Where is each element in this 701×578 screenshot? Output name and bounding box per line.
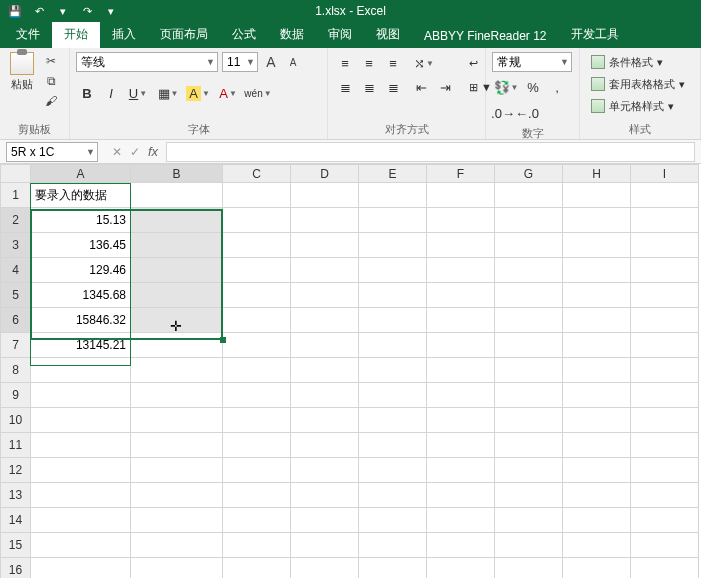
row-header[interactable]: 2: [1, 208, 31, 233]
col-header-D[interactable]: D: [291, 165, 359, 183]
cell-B2[interactable]: [131, 208, 223, 233]
align-bottom-icon[interactable]: ≡: [382, 52, 404, 74]
copy-icon[interactable]: ⧉: [42, 72, 60, 90]
undo-more-icon[interactable]: ▾: [54, 2, 72, 20]
row-header[interactable]: 3: [1, 233, 31, 258]
tab-review[interactable]: 审阅: [316, 21, 364, 48]
format-table-button[interactable]: 套用表格格式▾: [586, 74, 690, 94]
select-all-corner[interactable]: [1, 165, 31, 183]
cell-styles-button[interactable]: 单元格样式▾: [586, 96, 690, 116]
number-format-combo[interactable]: 常规▼: [492, 52, 572, 72]
underline-button[interactable]: U▼: [124, 82, 152, 104]
row-header[interactable]: 9: [1, 383, 31, 408]
save-icon[interactable]: 💾: [6, 2, 24, 20]
cancel-icon[interactable]: ✕: [112, 145, 122, 159]
qat-more-icon[interactable]: ▾: [102, 2, 120, 20]
row-header[interactable]: 6: [1, 308, 31, 333]
phonetic-button[interactable]: wén▼: [244, 82, 272, 104]
decrease-decimal-icon[interactable]: ←.0: [516, 102, 538, 124]
row-header[interactable]: 11: [1, 433, 31, 458]
tab-file[interactable]: 文件: [4, 21, 52, 48]
cell-B1[interactable]: [131, 183, 223, 208]
styles-group-label: 样式: [586, 120, 694, 137]
tab-abbyy[interactable]: ABBYY FineReader 12: [412, 24, 559, 48]
undo-icon[interactable]: ↶: [30, 2, 48, 20]
tab-data[interactable]: 数据: [268, 21, 316, 48]
font-name-combo[interactable]: 等线▼: [76, 52, 218, 72]
cell-A6[interactable]: 15846.32: [31, 308, 131, 333]
formula-input[interactable]: [166, 142, 695, 162]
name-box[interactable]: 5R x 1C▼: [6, 142, 98, 162]
bold-button[interactable]: B: [76, 82, 98, 104]
tab-dev[interactable]: 开发工具: [559, 21, 631, 48]
col-header-H[interactable]: H: [563, 165, 631, 183]
cell-A2[interactable]: 15.13: [31, 208, 131, 233]
col-header-E[interactable]: E: [359, 165, 427, 183]
row-header[interactable]: 5: [1, 283, 31, 308]
font-color-button[interactable]: A▼: [214, 82, 242, 104]
row-header[interactable]: 14: [1, 508, 31, 533]
cell-B3[interactable]: [131, 233, 223, 258]
format-painter-icon[interactable]: 🖌: [42, 92, 60, 110]
row-header[interactable]: 16: [1, 558, 31, 579]
tab-home[interactable]: 开始: [52, 21, 100, 48]
row-header[interactable]: 8: [1, 358, 31, 383]
col-header-A[interactable]: A: [31, 165, 131, 183]
cell-B7[interactable]: [131, 333, 223, 358]
row-header[interactable]: 12: [1, 458, 31, 483]
tab-formulas[interactable]: 公式: [220, 21, 268, 48]
align-middle-icon[interactable]: ≡: [358, 52, 380, 74]
percent-button[interactable]: %: [522, 76, 544, 98]
row-header[interactable]: 15: [1, 533, 31, 558]
col-header-I[interactable]: I: [631, 165, 699, 183]
cut-icon[interactable]: ✂: [42, 52, 60, 70]
accounting-format-button[interactable]: 💱▼: [492, 76, 520, 98]
fill-color-button[interactable]: A▼: [184, 82, 212, 104]
align-center-icon[interactable]: ≣: [358, 76, 380, 98]
tab-insert[interactable]: 插入: [100, 21, 148, 48]
cell-A3[interactable]: 136.45: [31, 233, 131, 258]
italic-button[interactable]: I: [100, 82, 122, 104]
row-header[interactable]: 4: [1, 258, 31, 283]
orientation-button[interactable]: ⤭▼: [410, 52, 438, 74]
font-size-combo[interactable]: 11▼: [222, 52, 258, 72]
paste-button[interactable]: 粘贴: [6, 52, 38, 92]
indent-increase-icon[interactable]: ⇥: [434, 76, 456, 98]
col-header-F[interactable]: F: [427, 165, 495, 183]
border-button[interactable]: ▦▼: [154, 82, 182, 104]
tab-view[interactable]: 视图: [364, 21, 412, 48]
fx-icon[interactable]: fx: [148, 144, 158, 159]
fill-handle[interactable]: [220, 337, 226, 343]
redo-icon[interactable]: ↷: [78, 2, 96, 20]
cell-A1[interactable]: 要录入的数据: [31, 183, 131, 208]
row-header[interactable]: 10: [1, 408, 31, 433]
cell-B4[interactable]: [131, 258, 223, 283]
comma-button[interactable]: ,: [546, 76, 568, 98]
cell-B6[interactable]: [131, 308, 223, 333]
cell-B5[interactable]: [131, 283, 223, 308]
cell-A4[interactable]: 129.46: [31, 258, 131, 283]
conditional-format-button[interactable]: 条件格式▾: [586, 52, 690, 72]
decrease-font-icon[interactable]: A: [284, 57, 302, 68]
col-header-B[interactable]: B: [131, 165, 223, 183]
clipboard-group-label: 剪贴板: [6, 120, 63, 137]
row-header[interactable]: 1: [1, 183, 31, 208]
enter-icon[interactable]: ✓: [130, 145, 140, 159]
col-header-G[interactable]: G: [495, 165, 563, 183]
align-right-icon[interactable]: ≣: [382, 76, 404, 98]
worksheet[interactable]: A B C D E F G H I 1要录入的数据 215.13 3136.45…: [0, 164, 701, 578]
increase-font-icon[interactable]: A: [262, 54, 280, 70]
row-header[interactable]: 13: [1, 483, 31, 508]
grid[interactable]: A B C D E F G H I 1要录入的数据 215.13 3136.45…: [0, 164, 699, 578]
col-header-C[interactable]: C: [223, 165, 291, 183]
cell-A7[interactable]: 13145.21: [31, 333, 131, 358]
tab-pagelayout[interactable]: 页面布局: [148, 21, 220, 48]
paste-label: 粘贴: [11, 77, 33, 92]
row-header[interactable]: 7: [1, 333, 31, 358]
increase-decimal-icon[interactable]: .0→: [492, 102, 514, 124]
cond-format-icon: [591, 55, 605, 69]
align-left-icon[interactable]: ≣: [334, 76, 356, 98]
align-top-icon[interactable]: ≡: [334, 52, 356, 74]
cell-A5[interactable]: 1345.68: [31, 283, 131, 308]
indent-decrease-icon[interactable]: ⇤: [410, 76, 432, 98]
